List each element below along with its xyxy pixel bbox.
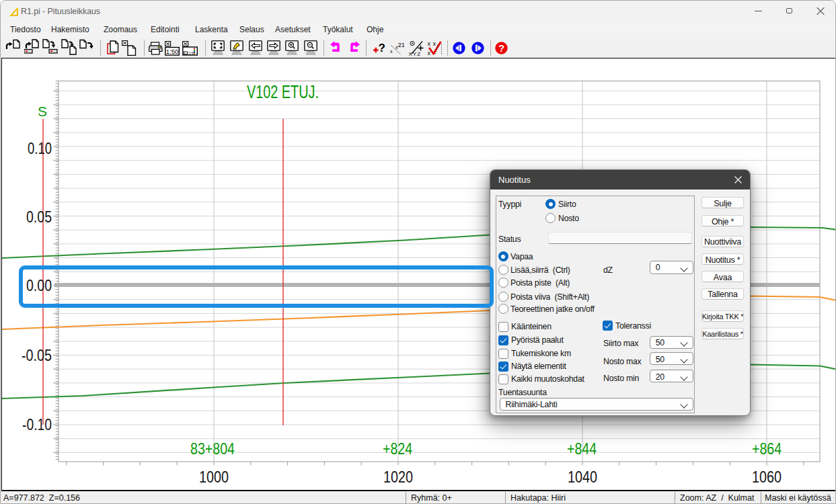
svg-text:x: x (428, 40, 431, 47)
svg-text:1:50: 1:50 (166, 48, 179, 55)
svg-text:x: x (433, 40, 436, 47)
svg-text:XYZ: XYZ (409, 51, 422, 56)
svg-text:?: ? (379, 42, 385, 54)
svg-text:?: ? (498, 42, 504, 54)
svg-text:x: x (390, 49, 393, 54)
svg-text:21: 21 (398, 41, 405, 48)
svg-text:1:50: 1:50 (189, 51, 195, 54)
